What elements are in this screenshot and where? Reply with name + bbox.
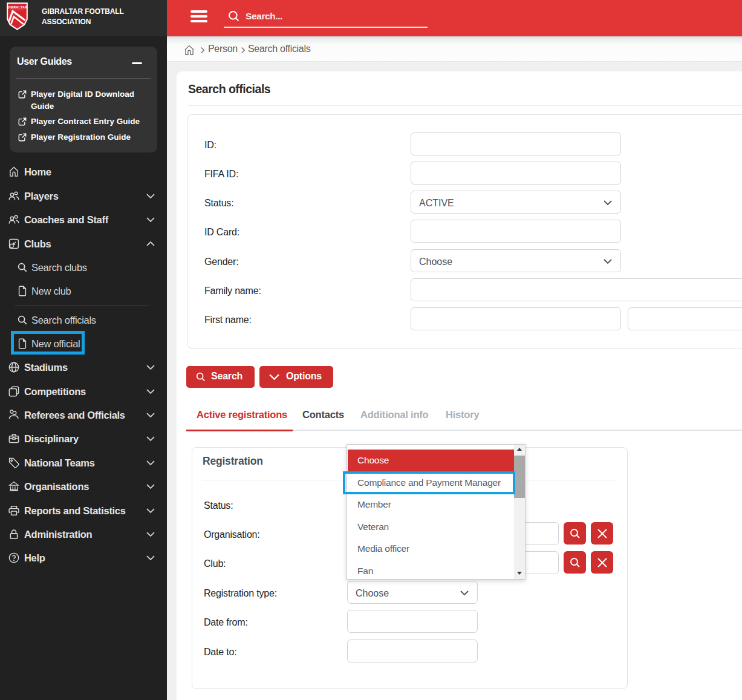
svg-text:GIBRALTAR: GIBRALTAR bbox=[7, 5, 28, 9]
